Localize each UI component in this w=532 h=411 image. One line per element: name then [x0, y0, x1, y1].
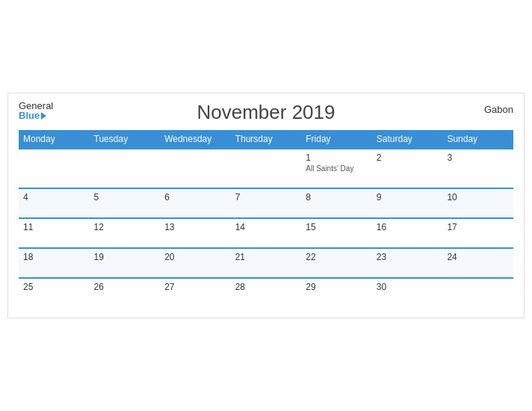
- table-row: 2: [372, 149, 443, 188]
- table-row: 20: [160, 248, 231, 278]
- day-number: 14: [235, 222, 297, 232]
- table-row: 27: [160, 278, 231, 307]
- month-title: November 2019: [197, 101, 335, 124]
- day-number: 30: [377, 282, 439, 292]
- day-number: 21: [235, 252, 297, 262]
- table-row: 6: [160, 188, 231, 218]
- calendar-header: General Blue November 2019 Gabon: [19, 101, 513, 124]
- day-number: 5: [94, 192, 156, 203]
- table-row: [19, 149, 90, 188]
- table-row: 3: [442, 149, 513, 188]
- day-number: 11: [23, 222, 85, 232]
- day-number: 28: [235, 282, 297, 292]
- table-row: 21: [231, 248, 302, 278]
- table-row: 26: [90, 278, 161, 307]
- table-row: 24: [442, 248, 513, 278]
- day-number: 1: [306, 152, 368, 163]
- logo-blue-text: Blue: [19, 111, 53, 120]
- table-row: 30: [372, 278, 443, 307]
- table-row: 12: [90, 218, 161, 248]
- day-number: 4: [23, 192, 85, 203]
- calendar-table: Monday Tuesday Wednesday Thursday Friday…: [19, 130, 513, 307]
- table-row: 25: [19, 278, 90, 307]
- day-number: 10: [447, 192, 509, 203]
- calendar-week-row: 1All Saints' Day23: [19, 149, 513, 188]
- table-row: [231, 149, 302, 188]
- day-number: 12: [94, 222, 156, 232]
- day-number: 23: [377, 252, 439, 262]
- header-wednesday: Wednesday: [160, 130, 231, 149]
- day-number: 18: [23, 252, 85, 262]
- day-number: 19: [94, 252, 156, 262]
- days-header-row: Monday Tuesday Wednesday Thursday Friday…: [19, 130, 513, 149]
- table-row: 22: [301, 248, 372, 278]
- table-row: 8: [301, 188, 372, 218]
- day-number: 13: [164, 222, 226, 232]
- header-tuesday: Tuesday: [90, 130, 161, 149]
- day-number: 20: [164, 252, 226, 262]
- table-row: [442, 278, 513, 307]
- calendar-week-row: 45678910: [19, 188, 513, 218]
- table-row: 14: [231, 218, 302, 248]
- holiday-label: All Saints' Day: [306, 164, 368, 173]
- day-number: 26: [94, 282, 156, 292]
- header-sunday: Sunday: [442, 130, 513, 149]
- day-number: 15: [306, 222, 368, 232]
- day-number: 16: [377, 222, 439, 232]
- table-row: 13: [160, 218, 231, 248]
- table-row: 10: [442, 188, 513, 218]
- table-row: 17: [442, 218, 513, 248]
- day-number: 27: [164, 282, 226, 292]
- table-row: 1All Saints' Day: [301, 149, 372, 188]
- day-number: 2: [377, 152, 439, 163]
- country-label: Gabon: [484, 104, 513, 115]
- calendar-container: General Blue November 2019 Gabon Monday …: [7, 93, 525, 318]
- day-number: 6: [164, 192, 226, 203]
- header-saturday: Saturday: [372, 130, 443, 149]
- day-number: 22: [306, 252, 368, 262]
- table-row: 5: [90, 188, 161, 218]
- table-row: 9: [372, 188, 443, 218]
- table-row: 15: [301, 218, 372, 248]
- day-number: 29: [306, 282, 368, 292]
- header-thursday: Thursday: [231, 130, 302, 149]
- header-monday: Monday: [19, 130, 90, 149]
- calendar-week-row: 252627282930: [19, 278, 513, 307]
- calendar-week-row: 11121314151617: [19, 218, 513, 248]
- table-row: 16: [372, 218, 443, 248]
- table-row: [160, 149, 231, 188]
- logo: General Blue: [19, 101, 53, 120]
- day-number: 17: [447, 222, 509, 232]
- logo-triangle-icon: [41, 112, 46, 120]
- day-number: 7: [235, 192, 297, 203]
- table-row: 18: [19, 248, 90, 278]
- table-row: [90, 149, 161, 188]
- day-number: 25: [23, 282, 85, 292]
- day-number: 24: [447, 252, 509, 262]
- table-row: 23: [372, 248, 443, 278]
- day-number: 3: [447, 152, 509, 163]
- day-number: 8: [306, 192, 368, 203]
- table-row: 28: [231, 278, 302, 307]
- table-row: 19: [90, 248, 161, 278]
- header-friday: Friday: [301, 130, 372, 149]
- table-row: 7: [231, 188, 302, 218]
- calendar-week-row: 18192021222324: [19, 248, 513, 278]
- table-row: 11: [19, 218, 90, 248]
- day-number: 9: [377, 192, 439, 203]
- table-row: 4: [19, 188, 90, 218]
- table-row: 29: [301, 278, 372, 307]
